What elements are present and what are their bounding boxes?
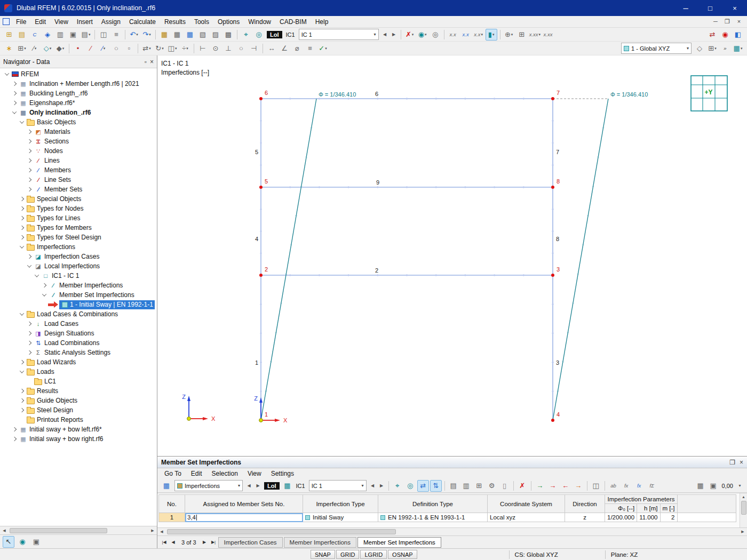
table-view-settings-icon[interactable]: ▤: [448, 480, 459, 492]
menu-tools[interactable]: Tools: [190, 16, 213, 28]
new-model-icon[interactable]: ⊞: [3, 29, 15, 41]
measure-length-icon[interactable]: ↔: [266, 43, 277, 54]
expand-right-icon[interactable]: [11, 92, 18, 95]
formula-fx-icon[interactable]: fx: [621, 480, 632, 492]
table-settings-gear-icon[interactable]: ⚙: [486, 480, 498, 492]
row-number-cell[interactable]: 1: [159, 513, 185, 522]
delete-all-rows-icon[interactable]: ✗: [516, 480, 528, 492]
tab-imperfection-cases[interactable]: Imperfection Cases: [218, 537, 283, 548]
expand-down-icon[interactable]: [26, 265, 33, 268]
tab-member-imperfections[interactable]: Member Imperfections: [284, 537, 356, 548]
expand-right-icon[interactable]: [26, 188, 33, 191]
toggle-grid[interactable]: GRID: [336, 550, 360, 559]
table-results-icon[interactable]: ▦: [184, 29, 196, 41]
tree-item-special-objects[interactable]: Special Objects: [0, 194, 157, 204]
expand-down-icon[interactable]: [18, 245, 25, 249]
toggle-snap[interactable]: SNAP: [311, 550, 335, 559]
scroll-track[interactable]: [9, 527, 148, 534]
table-report-icon[interactable]: ▩: [222, 29, 234, 41]
expand-right-icon[interactable]: [11, 437, 18, 441]
tree-item-member-sets[interactable]: Member Sets: [0, 185, 157, 194]
float-panel-icon[interactable]: ❐: [729, 459, 735, 466]
save-table-icon[interactable]: ▣: [708, 480, 719, 492]
scroll-track[interactable]: [166, 529, 738, 535]
tree-item-load-cases-combinations[interactable]: Load Cases & Combinations: [0, 309, 157, 319]
navigator-hscrollbar[interactable]: ◀ ▶: [0, 526, 157, 534]
new-member-icon[interactable]: ∕▾: [98, 43, 109, 54]
expand-down-icon[interactable]: [18, 313, 25, 316]
tree-item-members[interactable]: Members: [0, 165, 157, 175]
tree-item-printout-reports[interactable]: Printout Reports: [0, 415, 157, 425]
node-point[interactable]: [551, 274, 554, 277]
find-object-icon[interactable]: ◉: [719, 29, 731, 41]
table-data-icon[interactable]: ▦: [158, 29, 170, 41]
redo-icon[interactable]: ↷▾: [141, 29, 153, 41]
scroll-up-icon[interactable]: ▲: [740, 493, 747, 501]
previous-table-icon[interactable]: ◀: [169, 540, 178, 545]
expand-right-icon[interactable]: [26, 332, 33, 335]
assigned-members-cell[interactable]: 3,4: [185, 513, 303, 522]
expand-right-icon[interactable]: [26, 351, 33, 354]
filter-by-graphic-icon[interactable]: ◎: [404, 480, 416, 492]
tree-item-lc1[interactable]: LC1: [0, 377, 157, 386]
tree-item-types-for-steel-design[interactable]: Types for Steel Design: [0, 233, 157, 242]
menu-results[interactable]: Results: [160, 16, 190, 28]
menu-file[interactable]: File: [12, 16, 30, 28]
display-properties-icon[interactable]: ◉▾: [417, 29, 428, 41]
tree-item-types-for-lines[interactable]: Types for Lines: [0, 213, 157, 223]
renumber-objects-icon[interactable]: x.xx▾: [529, 29, 541, 41]
export-to-file-icon[interactable]: →: [547, 480, 559, 492]
col-header-type[interactable]: Imperfection Type: [303, 495, 378, 513]
table-info-icon[interactable]: ▯: [499, 480, 511, 492]
tree-item-line-sets[interactable]: Line Sets: [0, 175, 157, 185]
expand-right-icon[interactable]: [11, 101, 18, 105]
menu-window[interactable]: Window: [244, 16, 275, 28]
table-3sc-icon[interactable]: ▨: [210, 29, 221, 41]
undo-icon[interactable]: ↶▾: [128, 29, 140, 41]
imperfection-case-combo[interactable]: IC 1▾: [309, 480, 367, 491]
col-header-phi[interactable]: Φ₀ [--]: [605, 504, 637, 513]
tree-item-design-situations[interactable]: Design Situations: [0, 329, 157, 338]
table-vscrollbar[interactable]: ▲: [740, 493, 747, 527]
expand-right-icon[interactable]: [18, 226, 25, 229]
move-copy-icon[interactable]: ⇄▾: [141, 43, 153, 54]
expand-right-icon[interactable]: [26, 140, 33, 143]
printout-report-icon[interactable]: ▥: [54, 29, 66, 41]
expand-down-icon[interactable]: [33, 274, 40, 277]
scroll-thumb[interactable]: [741, 501, 746, 515]
col-header-assigned[interactable]: Assigned to Member Sets No.: [185, 495, 303, 513]
insert-row-icon[interactable]: ⊞: [473, 480, 485, 492]
maximize-icon[interactable]: □: [698, 0, 722, 16]
previous-case-icon[interactable]: ◀: [381, 29, 389, 41]
decimal-display-icon[interactable]: x.xx: [542, 29, 554, 41]
col-header-parameters[interactable]: Imperfection Parameters: [605, 495, 678, 504]
tree-item-imperfections[interactable]: Imperfections: [0, 242, 157, 252]
edit-formula-icon[interactable]: fx: [633, 480, 645, 492]
annotations-icon[interactable]: ≡: [304, 43, 316, 54]
expand-down-icon[interactable]: [3, 73, 10, 76]
table-script-icon[interactable]: ▧: [197, 29, 209, 41]
sync-selection-icon[interactable]: ⇄: [417, 480, 429, 492]
new-arc-icon[interactable]: ○: [110, 43, 122, 54]
expand-right-icon[interactable]: [41, 284, 47, 287]
last-table-icon[interactable]: ▶|: [209, 540, 218, 545]
snap-settings-icon[interactable]: ∗: [3, 43, 15, 54]
expand-down-icon[interactable]: [41, 293, 47, 297]
expand-right-icon[interactable]: [18, 217, 25, 220]
tree-item-materials[interactable]: Materials: [0, 127, 157, 137]
panel-menu-view[interactable]: View: [243, 470, 266, 477]
format-cells-icon[interactable]: ab: [608, 480, 619, 492]
scroll-thumb[interactable]: [167, 529, 396, 534]
insert-node-icon[interactable]: ⊙: [210, 43, 221, 54]
transparency-mode-icon[interactable]: ◎: [430, 29, 441, 41]
expand-right-icon[interactable]: [26, 322, 33, 325]
numbering-sets-icon[interactable]: x.x▾: [473, 29, 484, 41]
dlubal-center-icon[interactable]: C: [29, 29, 41, 41]
panel-menu-go-to[interactable]: Go To: [160, 470, 186, 477]
next-case-icon[interactable]: ▶: [378, 480, 386, 492]
col-header-no[interactable]: No.: [159, 495, 185, 513]
next-table-icon[interactable]: ▶: [254, 480, 262, 492]
direction-cell[interactable]: z: [565, 513, 605, 522]
node-point[interactable]: [551, 97, 554, 100]
delete-results-icon[interactable]: ✗▾: [404, 29, 416, 41]
